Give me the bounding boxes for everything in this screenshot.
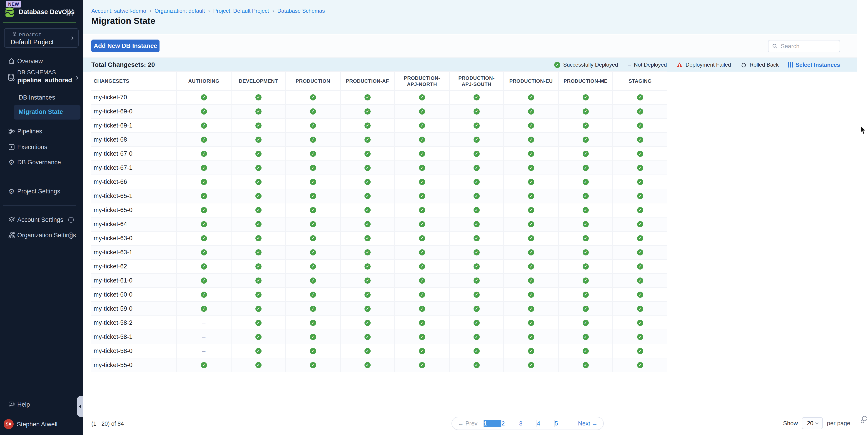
select-instances-button[interactable]: Select Instances bbox=[788, 62, 840, 68]
support-chat-icon[interactable] bbox=[861, 415, 868, 424]
prev-page-button[interactable]: ← Prev bbox=[452, 417, 483, 430]
next-page-button[interactable]: Next → bbox=[572, 417, 603, 430]
status-cell-deployed: ✓ bbox=[285, 330, 340, 344]
status-cell-deployed: ✓ bbox=[176, 359, 230, 372]
status-cell-deployed: ✓ bbox=[394, 231, 449, 245]
sidebar-item-executions[interactable]: Executions bbox=[0, 142, 83, 152]
sidebar-item-project-settings[interactable]: ⚙ Project Settings bbox=[0, 186, 83, 196]
status-cell-deployed: ✓ bbox=[503, 161, 558, 175]
breadcrumb-link[interactable]: Project: Default Project bbox=[213, 8, 269, 14]
success-check-icon: ✓ bbox=[310, 263, 316, 270]
sidebar-item-migration-state[interactable]: Migration State bbox=[13, 105, 81, 120]
success-check-icon: ✓ bbox=[473, 123, 480, 129]
success-check-icon: ✓ bbox=[528, 249, 534, 255]
status-cell-deployed: ✓ bbox=[394, 133, 449, 146]
column-header: AUTHORING bbox=[176, 72, 230, 90]
project-name: Default Project bbox=[10, 38, 54, 46]
success-check-icon: ✓ bbox=[419, 291, 425, 298]
success-check-icon: ✓ bbox=[637, 235, 643, 241]
success-check-icon: ✓ bbox=[637, 207, 643, 213]
sidebar-item-account-settings[interactable]: Account Settings i bbox=[0, 215, 83, 225]
status-cell-deployed: ✓ bbox=[612, 91, 667, 104]
table-row: my-ticket-67-0✓✓✓✓✓✓✓✓✓ bbox=[91, 147, 668, 160]
success-check-icon: ✓ bbox=[637, 306, 643, 312]
page-button-5[interactable]: 5 bbox=[554, 420, 572, 427]
success-check-icon: ✓ bbox=[201, 249, 207, 255]
success-check-icon: ✓ bbox=[310, 278, 316, 284]
status-cell-deployed: ✓ bbox=[503, 316, 558, 330]
table-header-row: CHANGESETSAUTHORINGDEVELOPMENTPRODUCTION… bbox=[91, 72, 668, 90]
user-avatar[interactable]: SA bbox=[4, 419, 13, 429]
sidebar-item-overview[interactable]: Overview bbox=[0, 56, 83, 66]
breadcrumb-link[interactable]: Account: satwell-demo bbox=[91, 8, 146, 14]
home-icon bbox=[8, 57, 16, 65]
success-check-icon: ✓ bbox=[528, 291, 534, 298]
status-cell-deployed: ✓ bbox=[558, 91, 612, 104]
legend: ✓Successfully Deployed–Not DeployedDeplo… bbox=[554, 61, 779, 68]
sidebar-item-db-instances[interactable]: DB Instances bbox=[19, 94, 55, 101]
success-check-icon: ✓ bbox=[583, 179, 589, 185]
column-header: PRODUCTION bbox=[285, 72, 340, 90]
status-cell-deployed: ✓ bbox=[176, 260, 230, 273]
project-selector[interactable]: PROJECT Default Project bbox=[4, 28, 79, 48]
success-check-icon: ✓ bbox=[255, 136, 261, 143]
status-cell-deployed: ✓ bbox=[176, 218, 230, 231]
column-header: PRODUCTION-AF bbox=[340, 72, 394, 90]
page-button-4[interactable]: 4 bbox=[536, 420, 554, 427]
status-cell-deployed: ✓ bbox=[394, 105, 449, 118]
status-cell-deployed: ✓ bbox=[176, 288, 230, 301]
success-check-icon: ✓ bbox=[310, 320, 316, 326]
success-check-icon: ✓ bbox=[528, 151, 534, 157]
status-cell-deployed: ✓ bbox=[340, 218, 394, 231]
breadcrumb-link[interactable]: Organization: default bbox=[155, 8, 205, 14]
sidebar-collapse-handle[interactable] bbox=[77, 396, 83, 417]
success-check-icon: ✓ bbox=[365, 193, 371, 199]
success-check-icon: ✓ bbox=[310, 136, 316, 143]
changeset-name: my-ticket-60-0 bbox=[91, 288, 176, 301]
search-input[interactable] bbox=[781, 43, 835, 50]
status-cell-deployed: ✓ bbox=[394, 147, 449, 160]
sidebar-item-help[interactable]: ? Help bbox=[0, 400, 83, 409]
success-check-icon: ✓ bbox=[473, 278, 480, 284]
success-check-icon: ✓ bbox=[365, 179, 371, 185]
info-icon: i bbox=[68, 217, 74, 223]
status-cell-deployed: ✓ bbox=[558, 147, 612, 160]
sidebar-item-pipelines[interactable]: Pipelines bbox=[0, 126, 83, 136]
success-check-icon: ✓ bbox=[255, 334, 261, 340]
status-cell-deployed: ✓ bbox=[230, 189, 285, 203]
add-db-instance-button[interactable]: Add New DB Instance bbox=[91, 39, 159, 52]
user-name[interactable]: Stephen Atwell bbox=[17, 421, 58, 428]
per-page-label: per page bbox=[827, 420, 850, 427]
page-button-1[interactable]: 1 bbox=[483, 420, 501, 427]
breadcrumb-link[interactable]: Database Schemas bbox=[277, 8, 325, 14]
status-cell-deployed: ✓ bbox=[612, 260, 667, 273]
sidebar-item-db-schemas[interactable]: DB SCHEMAS pipeline_authored bbox=[0, 68, 83, 87]
status-cell-deployed: ✓ bbox=[285, 218, 340, 231]
page-size-select[interactable]: 20 bbox=[802, 417, 823, 429]
search-box[interactable] bbox=[768, 40, 840, 52]
success-check-icon: ✓ bbox=[365, 221, 371, 227]
page-button-3[interactable]: 3 bbox=[519, 420, 536, 427]
migration-state-table: CHANGESETSAUTHORINGDEVELOPMENTPRODUCTION… bbox=[91, 71, 668, 372]
success-check-icon: ✓ bbox=[637, 193, 643, 199]
page-size-control: Show 20 per page bbox=[783, 417, 850, 429]
page-button-2[interactable]: 2 bbox=[501, 420, 519, 427]
success-check-icon: ✓ bbox=[365, 278, 371, 284]
status-cell-deployed: ✓ bbox=[176, 274, 230, 287]
status-cell-deployed: ✓ bbox=[394, 274, 449, 287]
table-row: my-ticket-69-1✓✓✓✓✓✓✓✓✓ bbox=[91, 119, 668, 132]
success-check-icon: ✓ bbox=[473, 221, 480, 227]
status-cell-deployed: ✓ bbox=[449, 260, 503, 273]
success-check-icon: ✓ bbox=[201, 108, 207, 115]
sidebar-item-organization-settings[interactable]: Organization Settings i bbox=[0, 230, 83, 240]
sidebar-item-db-governance[interactable]: ⚙ DB Governance bbox=[0, 157, 83, 167]
app-switcher-grid-icon[interactable] bbox=[66, 9, 73, 16]
status-cell-deployed: ✓ bbox=[285, 344, 340, 358]
status-cell-deployed: ✓ bbox=[230, 105, 285, 118]
success-check-icon: ✓ bbox=[201, 151, 207, 157]
changeset-name: my-ticket-61-0 bbox=[91, 274, 176, 287]
sidebar: NEW Database DevOps PROJECT Default Proj… bbox=[0, 0, 83, 435]
status-cell-deployed: ✓ bbox=[230, 316, 285, 330]
success-check-icon: ✓ bbox=[419, 320, 425, 326]
success-check-icon: ✓ bbox=[583, 362, 589, 368]
